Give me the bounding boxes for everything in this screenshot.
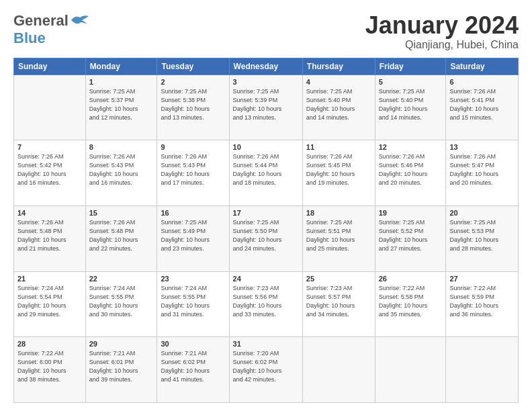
- day-info: Sunrise: 7:25 AM Sunset: 5:40 PM Dayligh…: [306, 87, 371, 122]
- table-cell: 24Sunrise: 7:23 AM Sunset: 5:56 PM Dayli…: [229, 271, 302, 337]
- day-info: Sunrise: 7:25 AM Sunset: 5:40 PM Dayligh…: [379, 87, 443, 122]
- header-sunday: Sunday: [14, 58, 86, 75]
- table-cell: 11Sunrise: 7:26 AM Sunset: 5:45 PM Dayli…: [302, 140, 375, 206]
- header-tuesday: Tuesday: [157, 58, 229, 75]
- table-cell: 26Sunrise: 7:22 AM Sunset: 5:58 PM Dayli…: [375, 271, 446, 337]
- table-cell: 28Sunrise: 7:22 AM Sunset: 6:00 PM Dayli…: [14, 337, 86, 403]
- day-info: Sunrise: 7:23 AM Sunset: 5:56 PM Dayligh…: [233, 284, 299, 319]
- day-number: 9: [161, 143, 225, 151]
- day-info: Sunrise: 7:24 AM Sunset: 5:54 PM Dayligh…: [17, 284, 82, 319]
- day-number: 11: [306, 143, 371, 151]
- day-info: Sunrise: 7:24 AM Sunset: 5:55 PM Dayligh…: [89, 284, 154, 319]
- table-cell: 10Sunrise: 7:26 AM Sunset: 5:44 PM Dayli…: [229, 140, 302, 206]
- table-cell: [14, 75, 86, 140]
- header-friday: Friday: [375, 58, 446, 75]
- table-cell: 21Sunrise: 7:24 AM Sunset: 5:54 PM Dayli…: [14, 271, 86, 337]
- day-info: Sunrise: 7:20 AM Sunset: 6:02 PM Dayligh…: [233, 349, 299, 384]
- day-info: Sunrise: 7:22 AM Sunset: 5:59 PM Dayligh…: [449, 284, 515, 319]
- calendar-week-row: 28Sunrise: 7:22 AM Sunset: 6:00 PM Dayli…: [14, 337, 519, 403]
- day-number: 26: [379, 275, 443, 283]
- table-cell: 19Sunrise: 7:25 AM Sunset: 5:52 PM Dayli…: [375, 205, 446, 271]
- header-monday: Monday: [85, 58, 157, 75]
- table-cell: 20Sunrise: 7:25 AM Sunset: 5:53 PM Dayli…: [446, 205, 519, 271]
- day-number: 18: [306, 209, 371, 217]
- calendar-week-row: 21Sunrise: 7:24 AM Sunset: 5:54 PM Dayli…: [14, 271, 519, 337]
- table-cell: 22Sunrise: 7:24 AM Sunset: 5:55 PM Dayli…: [85, 271, 157, 337]
- day-number: 2: [161, 78, 225, 86]
- page: General Blue January 2024 Qianjiang, Hub…: [0, 0, 532, 411]
- table-cell: 8Sunrise: 7:26 AM Sunset: 5:43 PM Daylig…: [85, 140, 157, 206]
- day-number: 20: [449, 209, 515, 217]
- table-cell: 3Sunrise: 7:25 AM Sunset: 5:39 PM Daylig…: [229, 75, 302, 140]
- day-number: 22: [89, 275, 154, 283]
- day-info: Sunrise: 7:22 AM Sunset: 6:00 PM Dayligh…: [17, 349, 82, 384]
- day-info: Sunrise: 7:26 AM Sunset: 5:46 PM Dayligh…: [379, 152, 443, 187]
- day-number: 24: [233, 275, 299, 283]
- calendar-week-row: 14Sunrise: 7:26 AM Sunset: 5:48 PM Dayli…: [14, 205, 519, 271]
- day-number: 12: [379, 143, 443, 151]
- day-info: Sunrise: 7:24 AM Sunset: 5:55 PM Dayligh…: [161, 284, 225, 319]
- day-number: 14: [17, 209, 82, 217]
- table-cell: 4Sunrise: 7:25 AM Sunset: 5:40 PM Daylig…: [302, 75, 375, 140]
- day-number: 23: [161, 275, 225, 283]
- day-number: 28: [17, 340, 82, 348]
- day-number: 17: [233, 209, 299, 217]
- day-number: 27: [449, 275, 515, 283]
- header-thursday: Thursday: [302, 58, 375, 75]
- day-info: Sunrise: 7:25 AM Sunset: 5:38 PM Dayligh…: [161, 87, 225, 122]
- day-info: Sunrise: 7:26 AM Sunset: 5:48 PM Dayligh…: [89, 218, 154, 253]
- day-info: Sunrise: 7:22 AM Sunset: 5:58 PM Dayligh…: [379, 284, 443, 319]
- table-cell: 16Sunrise: 7:25 AM Sunset: 5:49 PM Dayli…: [157, 205, 229, 271]
- day-number: 10: [233, 143, 299, 151]
- day-number: 29: [89, 340, 154, 348]
- logo-bird-icon: [70, 13, 90, 27]
- table-cell: 23Sunrise: 7:24 AM Sunset: 5:55 PM Dayli…: [157, 271, 229, 337]
- table-cell: 5Sunrise: 7:25 AM Sunset: 5:40 PM Daylig…: [375, 75, 446, 140]
- header: General Blue January 2024 Qianjiang, Hub…: [13, 12, 519, 51]
- day-info: Sunrise: 7:26 AM Sunset: 5:43 PM Dayligh…: [89, 152, 154, 187]
- table-cell: 13Sunrise: 7:26 AM Sunset: 5:47 PM Dayli…: [446, 140, 519, 206]
- calendar-week-row: 7Sunrise: 7:26 AM Sunset: 5:42 PM Daylig…: [14, 140, 519, 206]
- table-cell: 18Sunrise: 7:25 AM Sunset: 5:51 PM Dayli…: [302, 205, 375, 271]
- table-cell: 1Sunrise: 7:25 AM Sunset: 5:37 PM Daylig…: [85, 75, 157, 140]
- day-number: 6: [449, 78, 515, 86]
- table-cell: 25Sunrise: 7:23 AM Sunset: 5:57 PM Dayli…: [302, 271, 375, 337]
- table-cell: 30Sunrise: 7:21 AM Sunset: 6:02 PM Dayli…: [157, 337, 229, 403]
- logo-general-text: General: [13, 12, 69, 30]
- day-info: Sunrise: 7:21 AM Sunset: 6:02 PM Dayligh…: [161, 349, 225, 384]
- table-cell: [302, 337, 375, 403]
- logo-blue-text: Blue: [13, 30, 46, 46]
- day-number: 21: [17, 275, 82, 283]
- day-number: 15: [89, 209, 154, 217]
- table-cell: 15Sunrise: 7:26 AM Sunset: 5:48 PM Dayli…: [85, 205, 157, 271]
- day-info: Sunrise: 7:21 AM Sunset: 6:01 PM Dayligh…: [89, 349, 154, 384]
- day-info: Sunrise: 7:26 AM Sunset: 5:47 PM Dayligh…: [449, 152, 515, 187]
- table-cell: 27Sunrise: 7:22 AM Sunset: 5:59 PM Dayli…: [446, 271, 519, 337]
- day-number: 19: [379, 209, 443, 217]
- table-cell: 31Sunrise: 7:20 AM Sunset: 6:02 PM Dayli…: [229, 337, 302, 403]
- day-info: Sunrise: 7:25 AM Sunset: 5:52 PM Dayligh…: [379, 218, 443, 253]
- calendar-table: Sunday Monday Tuesday Wednesday Thursday…: [13, 58, 519, 403]
- day-info: Sunrise: 7:26 AM Sunset: 5:44 PM Dayligh…: [233, 152, 299, 187]
- day-info: Sunrise: 7:26 AM Sunset: 5:45 PM Dayligh…: [306, 152, 371, 187]
- table-cell: 14Sunrise: 7:26 AM Sunset: 5:48 PM Dayli…: [14, 205, 86, 271]
- title-block: January 2024 Qianjiang, Hubei, China: [365, 12, 519, 51]
- table-cell: 6Sunrise: 7:26 AM Sunset: 5:41 PM Daylig…: [446, 75, 519, 140]
- day-number: 16: [161, 209, 225, 217]
- day-info: Sunrise: 7:26 AM Sunset: 5:48 PM Dayligh…: [17, 218, 82, 253]
- calendar-title: January 2024: [365, 12, 519, 39]
- day-number: 7: [17, 143, 82, 151]
- table-cell: [446, 337, 519, 403]
- day-number: 5: [379, 78, 443, 86]
- day-number: 1: [89, 78, 154, 86]
- day-info: Sunrise: 7:23 AM Sunset: 5:57 PM Dayligh…: [306, 284, 371, 319]
- day-number: 3: [233, 78, 299, 86]
- day-info: Sunrise: 7:26 AM Sunset: 5:42 PM Dayligh…: [17, 152, 82, 187]
- header-saturday: Saturday: [446, 58, 519, 75]
- day-info: Sunrise: 7:25 AM Sunset: 5:39 PM Dayligh…: [233, 87, 299, 122]
- calendar-header-row: Sunday Monday Tuesday Wednesday Thursday…: [14, 58, 519, 75]
- day-number: 25: [306, 275, 371, 283]
- calendar-subtitle: Qianjiang, Hubei, China: [365, 39, 519, 51]
- header-wednesday: Wednesday: [229, 58, 302, 75]
- table-cell: 7Sunrise: 7:26 AM Sunset: 5:42 PM Daylig…: [14, 140, 86, 206]
